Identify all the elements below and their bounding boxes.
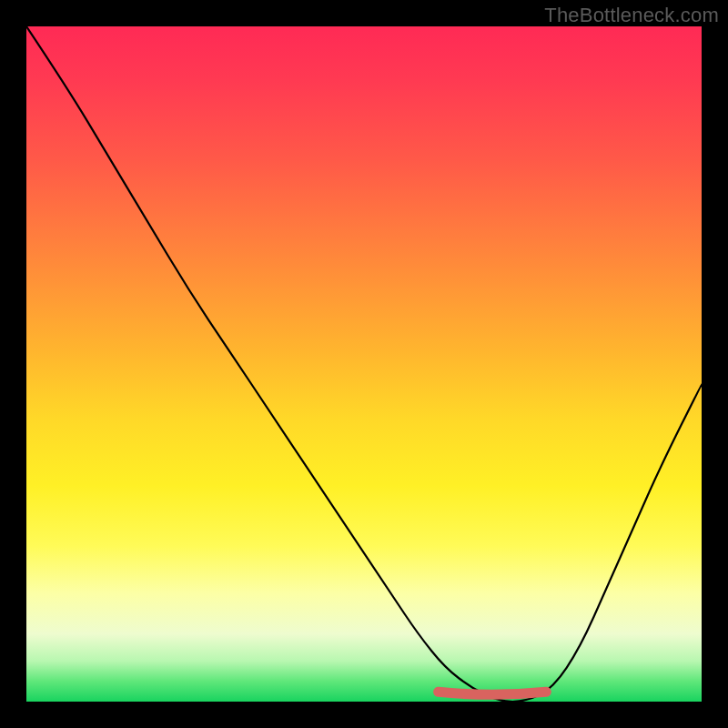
- chart-stage: TheBottleneck.com: [0, 0, 728, 728]
- plot-area: [26, 26, 702, 702]
- watermark-text: TheBottleneck.com: [544, 4, 719, 27]
- chart-svg: [26, 26, 702, 702]
- trough-highlight: [439, 692, 547, 694]
- bottleneck-curve: [26, 26, 702, 702]
